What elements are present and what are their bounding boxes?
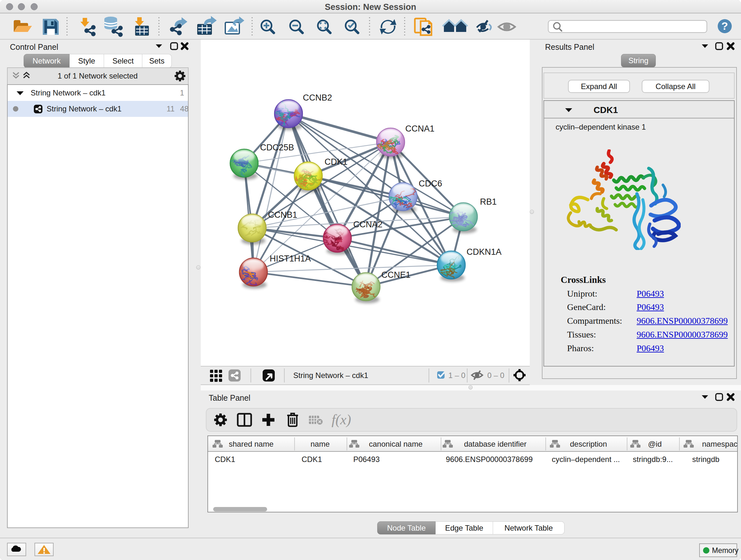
- svg-text:CDK1: CDK1: [325, 157, 347, 167]
- svg-text:name: name: [311, 440, 330, 448]
- svg-text:database identifier: database identifier: [464, 440, 527, 448]
- svg-text:1 – 0: 1 – 0: [448, 371, 465, 380]
- svg-text:cyclin–dependent ...: cyclin–dependent ...: [552, 455, 620, 463]
- svg-text:CDC25B: CDC25B: [260, 143, 294, 152]
- svg-text:shared name: shared name: [229, 440, 273, 448]
- svg-text:CCNA1: CCNA1: [405, 124, 434, 133]
- svg-text:description: description: [570, 440, 607, 448]
- svg-text:CDK1: CDK1: [594, 105, 618, 115]
- svg-text:9606.ENSP00000378699: 9606.ENSP00000378699: [446, 455, 533, 463]
- svg-text:CDK1: CDK1: [301, 455, 322, 463]
- svg-text:1 of 1 Network selected: 1 of 1 Network selected: [58, 71, 138, 80]
- svg-text:HIST1H1A: HIST1H1A: [270, 254, 311, 263]
- svg-text:1: 1: [180, 88, 184, 97]
- svg-text:CCNB1: CCNB1: [268, 210, 297, 220]
- svg-text:?: ?: [722, 20, 728, 32]
- svg-text:0 – 0: 0 – 0: [487, 371, 504, 380]
- svg-text:stringdb:9...: stringdb:9...: [633, 455, 673, 463]
- svg-text:String Network – cdk1: String Network – cdk1: [30, 88, 106, 97]
- svg-text:CDC6: CDC6: [419, 179, 442, 188]
- svg-text:CCNB2: CCNB2: [303, 93, 332, 103]
- svg-text:11: 11: [166, 105, 175, 113]
- svg-text:P06493: P06493: [353, 455, 380, 463]
- svg-text:@id: @id: [648, 440, 662, 448]
- svg-text:CCNA2: CCNA2: [353, 220, 383, 229]
- svg-text:f(x): f(x): [332, 412, 351, 428]
- svg-text:canonical name: canonical name: [369, 440, 422, 448]
- svg-text:namespace: namespace: [702, 440, 737, 448]
- svg-text:stringdb: stringdb: [692, 455, 719, 463]
- svg-text:CDKN1A: CDKN1A: [467, 247, 502, 257]
- svg-text:RB1: RB1: [480, 197, 497, 206]
- svg-text:48: 48: [180, 105, 188, 113]
- svg-text:CDK1: CDK1: [215, 455, 235, 463]
- svg-text:CCNE1: CCNE1: [381, 270, 411, 280]
- svg-text:String Network – cdk1: String Network – cdk1: [47, 105, 122, 113]
